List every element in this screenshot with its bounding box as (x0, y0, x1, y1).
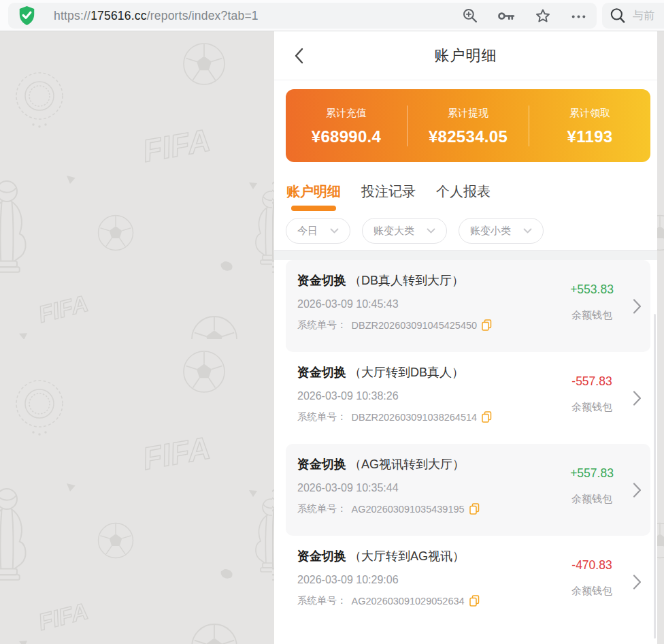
transaction-list: 资金切换（DB真人转到大厅） 2026-03-09 10:45:43 系统单号：… (274, 260, 657, 628)
tab-account-details[interactable]: 账户明细 (286, 182, 341, 211)
stat-total-withdraw: 累计提现 ¥82534.05 (407, 106, 529, 146)
order-label: 系统单号： (297, 319, 347, 332)
chevron-left-icon (292, 47, 305, 65)
transaction-wallet: 余额钱包 (554, 493, 630, 506)
stat-total-deposit: 累计充值 ¥68990.4 (286, 106, 407, 146)
bookmark-star-icon[interactable] (534, 7, 552, 25)
order-number: DBZR202603091038264514 (352, 412, 478, 423)
copy-icon[interactable] (469, 503, 480, 515)
section-divider (274, 250, 657, 260)
tab-bet-records[interactable]: 投注记录 (361, 182, 416, 211)
transaction-amount: +557.83 (554, 466, 630, 481)
stat-label: 累计充值 (286, 107, 407, 120)
order-label: 系统单号： (297, 502, 347, 515)
transaction-desc: （大厅转到DB真人） (349, 366, 464, 379)
chevron-right-icon[interactable] (633, 574, 642, 590)
chevron-down-icon (427, 228, 435, 234)
transaction-wallet: 余额钱包 (554, 401, 630, 414)
zoom-in-icon[interactable] (462, 7, 479, 25)
security-shield-icon (18, 5, 36, 26)
filter-minor-category-dropdown[interactable]: 账变小类 (459, 218, 544, 244)
order-number: AG202603091035439195 (352, 504, 465, 515)
chevron-right-icon[interactable] (633, 482, 642, 498)
url-field[interactable]: https://175616.cc/reports/index?tab=1 (54, 9, 454, 23)
order-number: AG202603091029052634 (352, 596, 465, 607)
stat-value: ¥82534.05 (408, 127, 529, 146)
transaction-row[interactable]: 资金切换（AG视讯转到大厅） 2026-03-09 10:35:44 系统单号：… (286, 444, 650, 536)
transaction-desc: （AG视讯转到大厅） (349, 457, 465, 471)
panel-header: 账户明细 (274, 31, 657, 80)
page-background: FIFA FIFA 账户明细 (0, 31, 664, 644)
stat-label: 累计领取 (529, 107, 650, 120)
transaction-amount: -470.83 (554, 558, 630, 573)
tab-personal-report[interactable]: 个人报表 (436, 182, 491, 211)
chevron-down-icon (523, 228, 532, 234)
chevron-right-icon[interactable] (633, 390, 642, 406)
back-button[interactable] (292, 46, 310, 66)
stat-total-claimed: 累计领取 ¥1193 (529, 106, 650, 146)
tab-label: 账户明细 (286, 184, 341, 199)
transaction-amount-block: -557.83 余额钱包 (554, 374, 630, 414)
copy-icon[interactable] (482, 319, 492, 331)
scrollbar[interactable] (654, 314, 656, 639)
browser-search-box[interactable]: 与前 (602, 3, 664, 29)
transaction-amount-block: +557.83 余额钱包 (554, 466, 630, 506)
transaction-amount: -557.83 (554, 374, 630, 389)
stat-label: 累计提现 (408, 107, 529, 120)
filter-bar: 今日 账变大类 账变小类 (274, 211, 657, 250)
chevron-down-icon (330, 228, 339, 234)
order-label: 系统单号： (297, 594, 347, 607)
report-tabs: 账户明细 投注记录 个人报表 (274, 162, 657, 211)
transaction-amount-block: +553.83 余额钱包 (554, 283, 630, 322)
copy-icon[interactable] (469, 595, 480, 607)
more-ellipsis-icon[interactable] (570, 7, 587, 25)
search-suggestion-text: 与前 (633, 9, 654, 23)
transaction-wallet: 余额钱包 (554, 585, 630, 598)
report-panel: 账户明细 累计充值 ¥68990.4 累计提现 ¥82534.05 累计领取 ¥… (274, 31, 657, 644)
transaction-type: 资金切换 (297, 457, 346, 471)
transaction-row[interactable]: 资金切换（大厅转到DB真人） 2026-03-09 10:38:26 系统单号：… (286, 352, 650, 444)
filter-major-category-dropdown[interactable]: 账变大类 (362, 218, 447, 244)
active-tab-indicator (291, 206, 336, 211)
chevron-right-icon[interactable] (633, 298, 642, 314)
order-number: DBZR202603091045425450 (352, 320, 478, 331)
transaction-row[interactable]: 资金切换（DB真人转到大厅） 2026-03-09 10:45:43 系统单号：… (286, 260, 650, 352)
search-icon (609, 7, 627, 25)
filter-label: 账变小类 (470, 225, 511, 238)
stat-value: ¥1193 (529, 127, 650, 146)
transaction-type: 资金切换 (297, 549, 346, 563)
transaction-desc: （DB真人转到大厅） (349, 274, 464, 287)
url-domain: 175616.cc (90, 9, 147, 22)
transaction-wallet: 余额钱包 (554, 309, 630, 322)
password-key-icon[interactable] (497, 7, 516, 25)
url-scheme: https:// (54, 9, 90, 22)
browser-toolbar: https://175616.cc/reports/index?tab=1 (0, 0, 664, 31)
tab-label: 投注记录 (361, 184, 416, 199)
address-bar[interactable]: https://175616.cc/reports/index?tab=1 (8, 3, 597, 29)
transaction-desc: （大厅转到AG视讯） (349, 549, 465, 563)
filter-label: 今日 (297, 225, 318, 238)
transaction-type: 资金切换 (297, 366, 346, 379)
url-path: /reports/index?tab=1 (147, 9, 259, 22)
transaction-amount: +553.83 (554, 283, 630, 297)
filter-label: 账变大类 (374, 225, 414, 238)
stat-value: ¥68990.4 (286, 127, 407, 146)
order-label: 系统单号： (297, 410, 347, 423)
tab-label: 个人报表 (436, 184, 491, 199)
page-title: 账户明细 (435, 46, 497, 66)
transaction-type: 资金切换 (297, 274, 346, 287)
filter-date-dropdown[interactable]: 今日 (286, 218, 350, 244)
transaction-row[interactable]: 资金切换（大厅转到AG视讯） 2026-03-09 10:29:06 系统单号：… (286, 536, 650, 628)
copy-icon[interactable] (482, 411, 492, 423)
transaction-amount-block: -470.83 余额钱包 (554, 558, 630, 598)
totals-card: 累计充值 ¥68990.4 累计提现 ¥82534.05 累计领取 ¥1193 (286, 89, 650, 162)
